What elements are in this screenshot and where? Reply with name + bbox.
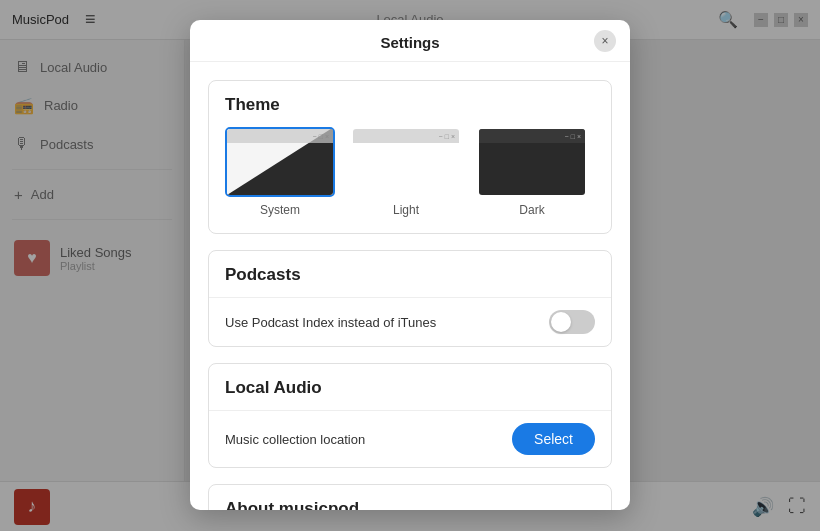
about-section: About musicpod: [208, 484, 612, 510]
theme-section-title: Theme: [209, 81, 611, 127]
modal-body: Theme −□×: [190, 62, 630, 510]
select-location-button[interactable]: Select: [512, 423, 595, 455]
theme-option-light[interactable]: −□× Light: [351, 127, 461, 217]
theme-label-dark: Dark: [519, 203, 544, 217]
theme-option-dark[interactable]: −□× Dark: [477, 127, 587, 217]
about-section-title: About musicpod: [209, 485, 611, 510]
local-audio-section: Local Audio Music collection location Se…: [208, 363, 612, 468]
theme-preview-system: −□×: [225, 127, 335, 197]
preview-chrome-light: −□×: [353, 129, 459, 143]
theme-label-light: Light: [393, 203, 419, 217]
chrome-btns-light: −□×: [439, 133, 455, 140]
settings-modal: Settings × Theme −□×: [190, 20, 630, 510]
podcast-index-toggle[interactable]: [549, 310, 595, 334]
theme-section: Theme −□×: [208, 80, 612, 234]
music-location-label: Music collection location: [225, 432, 512, 447]
modal-overlay: Settings × Theme −□×: [0, 0, 820, 531]
podcast-index-label: Use Podcast Index instead of iTunes: [225, 315, 549, 330]
theme-light-preview-inner: −□×: [353, 129, 459, 195]
theme-option-system[interactable]: −□× System: [225, 127, 335, 217]
modal-title: Settings: [380, 34, 439, 51]
podcasts-section-title: Podcasts: [209, 251, 611, 297]
local-audio-section-title: Local Audio: [209, 364, 611, 410]
theme-system-preview-inner: −□×: [227, 129, 333, 195]
theme-preview-dark: −□×: [477, 127, 587, 197]
theme-preview-light: −□×: [351, 127, 461, 197]
music-location-row: Music collection location Select: [209, 410, 611, 467]
theme-label-system: System: [260, 203, 300, 217]
preview-chrome-system: −□×: [227, 129, 333, 143]
theme-dark-preview-inner: −□×: [479, 129, 585, 195]
chrome-btns: −□×: [313, 133, 329, 140]
podcasts-section: Podcasts Use Podcast Index instead of iT…: [208, 250, 612, 347]
podcast-index-row: Use Podcast Index instead of iTunes: [209, 297, 611, 346]
theme-options: −□× System: [209, 127, 611, 233]
toggle-knob: [551, 312, 571, 332]
modal-header: Settings ×: [190, 20, 630, 62]
chrome-btns-dark: −□×: [565, 133, 581, 140]
preview-chrome-dark: −□×: [479, 129, 585, 143]
modal-close-button[interactable]: ×: [594, 30, 616, 52]
